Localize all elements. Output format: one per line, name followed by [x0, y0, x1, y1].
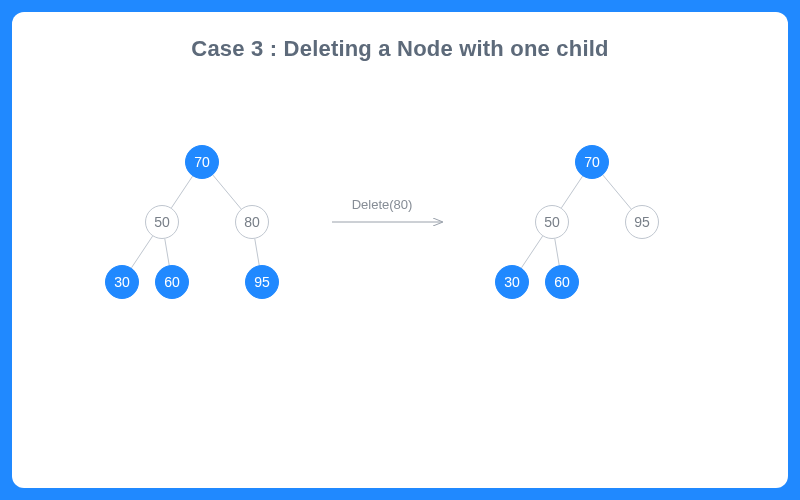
- tree-node: 80: [235, 205, 269, 239]
- tree-node: 60: [545, 265, 579, 299]
- tree-node: 60: [155, 265, 189, 299]
- tree-node: 70: [185, 145, 219, 179]
- tree-node: 70: [575, 145, 609, 179]
- tree-node: 30: [105, 265, 139, 299]
- operation-label: Delete(80): [352, 197, 413, 212]
- diagram-frame: Case 3 : Deleting a Node with one child …: [12, 12, 788, 488]
- tree-node: 30: [495, 265, 529, 299]
- tree-node: 95: [625, 205, 659, 239]
- tree-node: 50: [535, 205, 569, 239]
- tree-node: 95: [245, 265, 279, 299]
- diagram-stage: 7050803060957050953060: [12, 12, 788, 488]
- tree-node: 50: [145, 205, 179, 239]
